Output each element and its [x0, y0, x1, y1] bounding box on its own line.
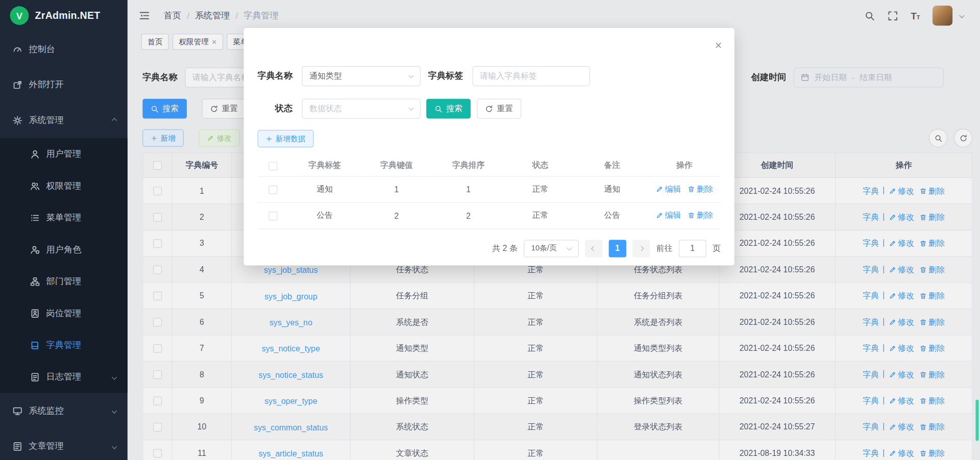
close-icon[interactable]: ×	[715, 39, 722, 51]
column-header: 字典键值	[361, 155, 433, 176]
cell-actions: 编辑删除	[648, 176, 721, 202]
column-header: 操作	[648, 155, 721, 176]
scrollbar-thumb[interactable]	[975, 400, 978, 441]
cell-dict-label: 通知	[289, 176, 361, 202]
cell-remark: 通知	[576, 176, 648, 202]
cell-dict-value: 1	[361, 176, 433, 202]
modal-dict-name-label: 字典名称	[257, 70, 292, 82]
search-icon	[434, 105, 443, 113]
goto-page-input[interactable]: 1	[679, 240, 706, 257]
pagination: 共 2 条 10条/页 1 前往 1 页	[257, 240, 720, 257]
modal-status-label: 状态	[257, 103, 292, 114]
pagination-total: 共 2 条	[492, 243, 518, 254]
row-edit-link[interactable]: 编辑	[656, 210, 681, 221]
row-delete-link[interactable]: 删除	[688, 184, 713, 195]
row-checkbox[interactable]	[269, 185, 278, 194]
app-window: V ZrAdmin.NET 控制台 外部打开 系统管理 用户管理 权限管理 菜单…	[0, 0, 980, 460]
cell-status: 正常	[504, 176, 576, 202]
cell-dict-value: 2	[361, 202, 433, 228]
cell-actions: 编辑删除	[648, 202, 721, 228]
cell-dict-sort: 2	[432, 202, 504, 228]
column-header: 字典标签	[289, 155, 361, 176]
modal-table-header: 字典标签字典键值字典排序状态备注操作	[257, 155, 720, 176]
modal-reset-button[interactable]: 重置	[477, 98, 521, 118]
modal-select-all-checkbox[interactable]	[269, 162, 278, 170]
modal-table-row: 通知 1 1 正常 通知 编辑删除	[257, 176, 720, 202]
edit-icon	[656, 186, 664, 193]
modal-status-select[interactable]: 数据状态	[302, 98, 421, 118]
cell-dict-label: 公告	[289, 202, 361, 228]
trash-icon	[688, 186, 695, 193]
page-size-select[interactable]: 10条/页	[524, 240, 579, 257]
modal-dict-label-label: 字典标签	[428, 70, 463, 82]
modal-table-body: 通知 1 1 正常 通知 编辑删除 公告 2 2 正常 公告 编辑删除	[257, 176, 720, 228]
column-header: 字典排序	[432, 155, 504, 176]
cell-remark: 公告	[576, 202, 648, 228]
column-header: 备注	[576, 155, 648, 176]
column-header: 状态	[504, 155, 576, 176]
prev-page-button[interactable]	[585, 240, 602, 257]
dict-data-table: 字典标签字典键值字典排序状态备注操作 通知 1 1 正常 通知 编辑删除 公告 …	[257, 155, 720, 229]
plus-icon	[265, 135, 272, 142]
row-checkbox[interactable]	[269, 212, 278, 220]
modal-table-row: 公告 2 2 正常 公告 编辑删除	[257, 202, 720, 228]
row-edit-link[interactable]: 编辑	[656, 184, 681, 195]
goto-unit: 页	[713, 243, 721, 254]
trash-icon	[688, 212, 695, 219]
modal-dict-name-select[interactable]: 通知类型	[302, 66, 421, 86]
header-checkbox-cell	[257, 155, 288, 176]
refresh-icon	[485, 105, 493, 113]
dict-data-dialog: × 字典名称 通知类型 字典标签 请输入字典标签 状态 数据状态 搜索 重置	[244, 28, 734, 265]
cell-dict-sort: 1	[432, 176, 504, 202]
page-1-button[interactable]: 1	[609, 240, 626, 257]
cell-status: 正常	[504, 202, 576, 228]
next-page-button[interactable]	[632, 240, 650, 257]
edit-icon	[656, 212, 664, 219]
modal-dict-label-input[interactable]: 请输入字典标签	[473, 66, 590, 86]
row-delete-link[interactable]: 删除	[688, 210, 713, 221]
add-data-button[interactable]: 新增数据	[257, 130, 313, 147]
modal-search-button[interactable]: 搜索	[426, 98, 471, 118]
goto-label: 前往	[656, 243, 673, 254]
